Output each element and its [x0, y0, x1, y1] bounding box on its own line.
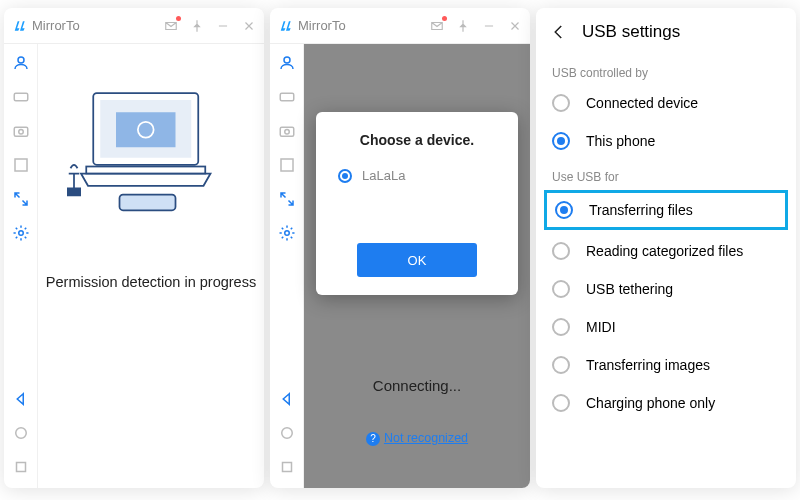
home-icon[interactable] — [12, 424, 30, 442]
option-label: MIDI — [586, 319, 616, 335]
app-title: MirrorTo — [298, 18, 346, 33]
svg-rect-19 — [281, 159, 293, 171]
radio-icon — [552, 356, 570, 374]
home-icon[interactable] — [278, 424, 296, 442]
window-controls — [430, 19, 522, 33]
option-label: Transferring files — [589, 202, 693, 218]
connecting-text: Connecting... — [304, 377, 530, 394]
camera-icon[interactable] — [12, 122, 30, 140]
usb-settings-header: USB settings — [536, 8, 796, 56]
svg-point-5 — [18, 231, 23, 236]
option-this-phone[interactable]: This phone — [536, 122, 796, 160]
device-option[interactable]: LaLaLa — [338, 168, 496, 183]
svg-point-3 — [18, 130, 23, 135]
back-icon[interactable] — [12, 390, 30, 408]
radio-icon — [552, 394, 570, 412]
svg-point-0 — [18, 57, 24, 63]
titlebar: MirrorTo — [4, 8, 264, 44]
status-text: Permission detection in progress — [46, 274, 256, 290]
mirrorto-window-2: MirrorTo Connecting... ?Not re — [270, 8, 530, 488]
option-label: Connected device — [586, 95, 698, 111]
ok-button[interactable]: OK — [357, 243, 477, 277]
option-reading-categorized-files[interactable]: Reading categorized files — [536, 232, 796, 270]
radio-icon — [552, 280, 570, 298]
user-icon[interactable] — [12, 54, 30, 72]
svg-point-15 — [284, 57, 290, 63]
option-connected-device[interactable]: Connected device — [536, 84, 796, 122]
help-icon: ? — [366, 432, 380, 446]
radio-icon — [552, 318, 570, 336]
svg-point-6 — [15, 428, 26, 439]
svg-point-20 — [284, 231, 289, 236]
mirrorto-logo-icon — [12, 19, 28, 33]
radio-icon — [555, 201, 573, 219]
pin-icon[interactable] — [190, 19, 204, 33]
section-use-usb-for: Use USB for — [536, 160, 796, 188]
gear-icon[interactable] — [278, 224, 296, 242]
not-recognized-link[interactable]: ?Not recognized — [304, 431, 530, 446]
header-title: USB settings — [582, 22, 680, 42]
main-content: Permission detection in progress — [38, 44, 264, 488]
svg-rect-17 — [280, 127, 294, 136]
option-transferring-images[interactable]: Transferring images — [536, 346, 796, 384]
expand-icon[interactable] — [12, 190, 30, 208]
sidebar-rail — [4, 44, 38, 488]
device-name: LaLaLa — [362, 168, 405, 183]
svg-rect-1 — [14, 93, 28, 101]
recent-icon[interactable] — [278, 458, 296, 476]
section-usb-controlled-by: USB controlled by — [536, 56, 796, 84]
svg-rect-7 — [16, 463, 25, 472]
svg-point-21 — [281, 428, 292, 439]
not-recognized-label: Not recognized — [384, 431, 468, 445]
laptop-phone-illustration — [61, 86, 241, 226]
option-label: This phone — [586, 133, 655, 149]
back-icon[interactable] — [278, 390, 296, 408]
back-icon[interactable] — [550, 23, 568, 41]
option-midi[interactable]: MIDI — [536, 308, 796, 346]
radio-icon — [552, 94, 570, 112]
mirrorto-logo-icon — [278, 19, 294, 33]
option-label: USB tethering — [586, 281, 673, 297]
keyboard-icon[interactable] — [278, 88, 296, 106]
minimize-icon[interactable] — [482, 19, 496, 33]
app-title: MirrorTo — [32, 18, 80, 33]
svg-rect-10 — [116, 112, 176, 147]
recent-icon[interactable] — [12, 458, 30, 476]
svg-rect-13 — [120, 195, 176, 211]
user-icon[interactable] — [278, 54, 296, 72]
choose-device-modal: Choose a device. LaLaLa OK — [316, 112, 518, 295]
usb-settings-screen: USB settings USB controlled by Connected… — [536, 8, 796, 488]
option-transferring-files[interactable]: Transferring files — [544, 190, 788, 230]
option-label: Reading categorized files — [586, 243, 743, 259]
option-usb-tethering[interactable]: USB tethering — [536, 270, 796, 308]
svg-rect-12 — [86, 167, 205, 174]
radio-icon — [338, 169, 352, 183]
titlebar: MirrorTo — [270, 8, 530, 44]
gear-icon[interactable] — [12, 224, 30, 242]
screenshot-icon[interactable] — [278, 156, 296, 174]
svg-rect-16 — [280, 93, 294, 101]
modal-title: Choose a device. — [334, 132, 500, 148]
option-charging-phone-only[interactable]: Charging phone only — [536, 384, 796, 422]
svg-rect-22 — [282, 463, 291, 472]
close-icon[interactable] — [242, 19, 256, 33]
screenshot-icon[interactable] — [12, 156, 30, 174]
radio-icon — [552, 132, 570, 150]
svg-rect-2 — [14, 127, 28, 136]
radio-icon — [552, 242, 570, 260]
svg-rect-4 — [15, 159, 27, 171]
mail-icon[interactable] — [430, 19, 444, 33]
mail-icon[interactable] — [164, 19, 178, 33]
main-content: Connecting... ?Not recognized Choose a d… — [304, 44, 530, 488]
minimize-icon[interactable] — [216, 19, 230, 33]
svg-point-18 — [284, 130, 289, 135]
mirrorto-window-1: MirrorTo — [4, 8, 264, 488]
sidebar-rail — [270, 44, 304, 488]
keyboard-icon[interactable] — [12, 88, 30, 106]
expand-icon[interactable] — [278, 190, 296, 208]
camera-icon[interactable] — [278, 122, 296, 140]
option-label: Transferring images — [586, 357, 710, 373]
pin-icon[interactable] — [456, 19, 470, 33]
option-label: Charging phone only — [586, 395, 715, 411]
close-icon[interactable] — [508, 19, 522, 33]
